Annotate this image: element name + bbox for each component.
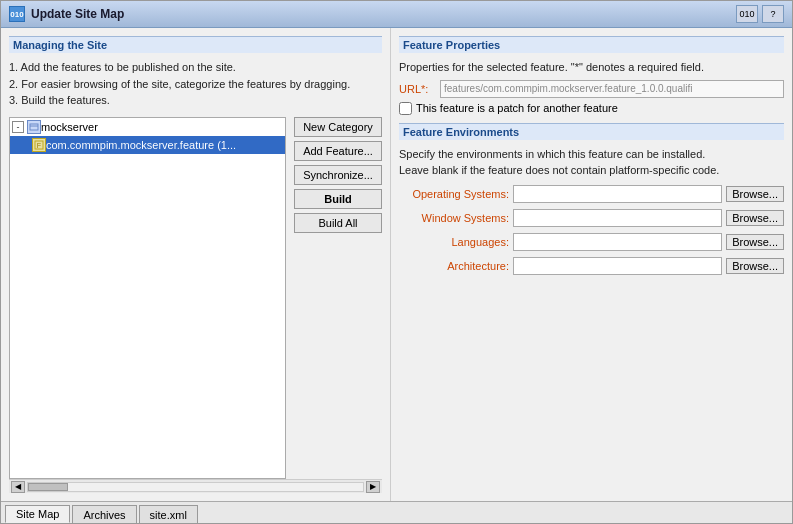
tree-root-label: mockserver [41, 121, 98, 133]
ws-label: Window Systems: [399, 212, 509, 224]
patch-checkbox[interactable] [399, 102, 412, 115]
env-desc-2: Leave blank if the feature does not cont… [399, 164, 719, 176]
tree-and-buttons: - mockserver [9, 117, 382, 480]
instruction-2: 2. For easier browsing of the site, cate… [9, 76, 382, 93]
tab-site-xml[interactable]: site.xml [139, 505, 198, 523]
tab-archives[interactable]: Archives [72, 505, 136, 523]
os-label: Operating Systems: [399, 188, 509, 200]
tree-root-item[interactable]: - mockserver [10, 118, 285, 136]
feature-environments-section: Feature Environments Specify the environ… [399, 123, 784, 279]
feature-properties-section: Feature Properties Properties for the se… [399, 36, 784, 115]
lang-browse-button[interactable]: Browse... [726, 234, 784, 250]
new-category-button[interactable]: New Category [294, 117, 382, 137]
url-input[interactable] [440, 80, 784, 98]
build-button[interactable]: Build [294, 189, 382, 209]
feature-envs-header: Feature Environments [399, 123, 784, 140]
scroll-thumb[interactable] [28, 483, 68, 491]
instruction-3: 3. Build the features. [9, 92, 382, 109]
tree-child-label: com.commpim.mockserver.feature (1... [46, 139, 236, 151]
arch-input[interactable] [513, 257, 722, 275]
instructions: 1. Add the features to be published on t… [9, 59, 382, 109]
env-fields: Operating Systems: Browse... Window Syst… [399, 185, 784, 279]
svg-rect-0 [30, 124, 38, 130]
managing-site-header: Managing the Site [9, 36, 382, 53]
main-window: 010 Update Site Map 010 ? Managing the S… [0, 0, 793, 524]
build-all-button[interactable]: Build All [294, 213, 382, 233]
left-panel: Managing the Site 1. Add the features to… [1, 28, 391, 501]
patch-checkbox-row: This feature is a patch for another feat… [399, 102, 784, 115]
arch-browse-button[interactable]: Browse... [726, 258, 784, 274]
env-desc-1: Specify the environments in which this f… [399, 148, 705, 160]
url-label: URL*: [399, 83, 434, 95]
title-bar: 010 Update Site Map 010 ? [1, 1, 792, 28]
instruction-1: 1. Add the features to be published on t… [9, 59, 382, 76]
scroll-track[interactable] [27, 482, 364, 492]
window-icon: 010 [9, 6, 25, 22]
window-systems-row: Window Systems: Browse... [399, 209, 784, 227]
lang-label: Languages: [399, 236, 509, 248]
tabs-bar: Site Map Archives site.xml [1, 501, 792, 523]
arch-label: Architecture: [399, 260, 509, 272]
scroll-left-btn[interactable]: ◀ [11, 481, 25, 493]
env-description: Specify the environments in which this f… [399, 146, 784, 179]
architecture-row: Architecture: Browse... [399, 257, 784, 275]
title-bar-left: 010 Update Site Map [9, 6, 124, 22]
tree-area[interactable]: - mockserver [9, 117, 286, 480]
tree-child-item[interactable]: F com.commpim.mockserver.feature (1... [10, 136, 285, 154]
site-icon [27, 120, 41, 134]
feature-props-header: Feature Properties [399, 36, 784, 53]
content-area: Managing the Site 1. Add the features to… [1, 28, 792, 501]
tree-toggle[interactable]: - [12, 121, 24, 133]
title-icon-btn[interactable]: 010 [736, 5, 758, 23]
os-row: Operating Systems: Browse... [399, 185, 784, 203]
synchronize-button[interactable]: Synchronize... [294, 165, 382, 185]
right-panel: Feature Properties Properties for the se… [391, 28, 792, 501]
lang-input[interactable] [513, 233, 722, 251]
os-browse-button[interactable]: Browse... [726, 186, 784, 202]
action-buttons: New Category Add Feature... Synchronize.… [294, 117, 382, 480]
add-feature-button[interactable]: Add Feature... [294, 141, 382, 161]
patch-label: This feature is a patch for another feat… [416, 102, 618, 114]
svg-text:F: F [37, 142, 41, 149]
feature-props-description: Properties for the selected feature. "*"… [399, 59, 784, 76]
help-button[interactable]: ? [762, 5, 784, 23]
horizontal-scrollbar[interactable]: ◀ ▶ [9, 479, 382, 493]
ws-browse-button[interactable]: Browse... [726, 210, 784, 226]
scroll-right-btn[interactable]: ▶ [366, 481, 380, 493]
window-title: Update Site Map [31, 7, 124, 21]
os-input[interactable] [513, 185, 722, 203]
url-field-row: URL*: [399, 80, 784, 98]
feature-icon: F [32, 138, 46, 152]
languages-row: Languages: Browse... [399, 233, 784, 251]
title-bar-controls: 010 ? [736, 5, 784, 23]
tab-site-map[interactable]: Site Map [5, 505, 70, 523]
ws-input[interactable] [513, 209, 722, 227]
